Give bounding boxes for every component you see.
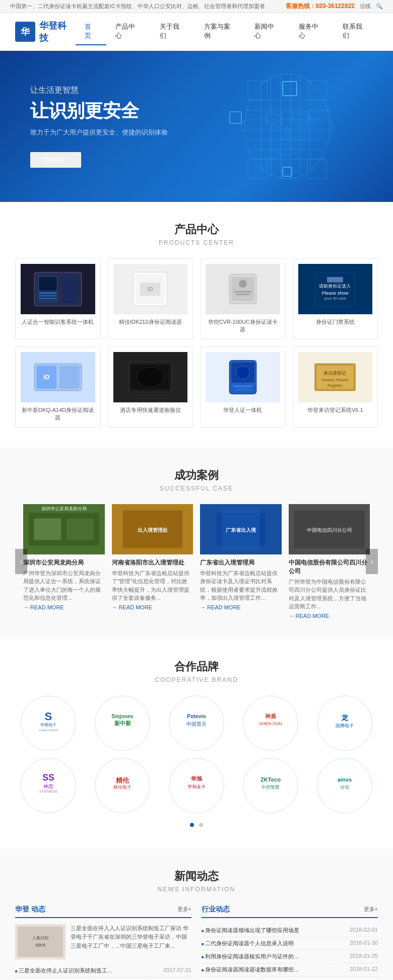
brands-grid-row1: S 华视电子 CHINA-VISION Sinjones 新中新 Potevio… bbox=[15, 695, 378, 751]
search-icon[interactable]: 🔍 bbox=[376, 3, 383, 10]
svg-rect-53 bbox=[233, 385, 252, 387]
products-section: 产品中心 PRODUCTS CENTER 人证合一智能识客系统一体机 bbox=[0, 202, 393, 448]
product-card-3[interactable]: 华控CVR-100UC身份证读卡器 bbox=[200, 258, 286, 339]
case-desc-2: 华登科技为广东省边检总站提供了"管理"化信息化管理，对比效率快大幅提升，为出入境… bbox=[112, 569, 193, 602]
case-more-3[interactable]: → READ MORE bbox=[200, 604, 282, 610]
svg-text:神思: 神思 bbox=[43, 783, 53, 789]
brand-potevio[interactable]: Potevio 中国普天 bbox=[163, 695, 230, 751]
svg-point-52 bbox=[236, 366, 249, 379]
cases-slider: 深圳市公安局龙岗分局 深圳市公安局龙岗分局 广州华登为深圳市公安局龙岗分局提供人… bbox=[23, 504, 370, 619]
case-more-1[interactable]: → READ MORE bbox=[23, 604, 105, 610]
svg-text:Visitors Please: Visitors Please bbox=[322, 378, 349, 382]
brand-sinjones[interactable]: Sinjones 新中新 bbox=[89, 695, 156, 751]
news-col2-list: 身份证阅读器领域出现了哪些应用场景 2018-02-01 二代身份证阅读器个人信… bbox=[202, 924, 378, 980]
news-item-2-1: 身份证阅读器领域出现了哪些应用场景 2018-02-01 bbox=[202, 924, 378, 937]
hero-subtitle: 让生活更智慧 bbox=[30, 85, 168, 96]
hero-cta-button[interactable]: 了解更多 → bbox=[30, 152, 81, 168]
news-col2-title: 行业动态 更多+ bbox=[202, 905, 378, 918]
product-card-2[interactable]: ID 精佳IDK210身份证阅读器 bbox=[108, 258, 193, 339]
news-col1-more[interactable]: 更多+ bbox=[177, 905, 191, 913]
brand-guoteng[interactable]: 龙 国腾电子 bbox=[311, 695, 378, 751]
svg-rect-54 bbox=[236, 388, 249, 390]
svg-point-35 bbox=[239, 279, 247, 288]
svg-text:华旭: 华旭 bbox=[190, 776, 203, 782]
top-bar-right: 客服热线：020-36122822 沿线 🔍 bbox=[286, 2, 383, 11]
svg-rect-36 bbox=[234, 291, 251, 293]
product-card-7[interactable]: 华登人证一体机 bbox=[200, 346, 286, 428]
top-bar: 中国第一、二代身份证读卡机最主流配套IC卡指纹、中华人口公安比对、边检、社会管理… bbox=[0, 0, 393, 13]
product-img-8: 来访请登记 Visitors Please Register bbox=[298, 352, 373, 402]
scan-rect-2 bbox=[229, 111, 242, 124]
case-img-3: 广东省出入境 bbox=[200, 504, 282, 554]
scan-rect-1 bbox=[282, 81, 297, 96]
brand-zkteco[interactable]: ZKTeco 中控智慧 bbox=[237, 758, 304, 813]
brand-jingxin[interactable]: 精伦 精伦电子 bbox=[89, 758, 156, 813]
svg-rect-45 bbox=[59, 366, 79, 388]
news-title-zh: 新闻动态 bbox=[15, 869, 378, 884]
products-title-en: PRODUCTS CENTER bbox=[15, 239, 378, 246]
brands-dots bbox=[15, 821, 378, 828]
svg-text:中国电信四川分公司: 中国电信四川分公司 bbox=[306, 527, 352, 533]
svg-point-15 bbox=[294, 114, 309, 123]
cases-prev-button[interactable]: ‹ bbox=[15, 549, 27, 574]
brand-shensi[interactable]: SS 神思 SYNTHESIS bbox=[15, 758, 82, 813]
nav-contact[interactable]: 联系我们 bbox=[334, 18, 378, 45]
brand-shendun[interactable]: 神盾 SHEN DUN bbox=[237, 695, 304, 751]
nav-news[interactable]: 新闻中心 bbox=[245, 18, 290, 45]
product-name-7: 华登人证一体机 bbox=[206, 406, 280, 414]
product-name-3: 华控CVR-100UC身份证读卡器 bbox=[206, 318, 280, 334]
product-name-6: 酒店专用快速通道验脸仪 bbox=[113, 406, 188, 414]
news-item-2-4: 身份证阅读器阅读器读数据库有哪些作用 2018-01-22 bbox=[202, 963, 378, 976]
product-card-1[interactable]: 人证合一智能识客系统一体机 bbox=[15, 258, 101, 339]
news-item-1-2: 华生市郭庆推二代身份证登记申请 2017-03-14 bbox=[15, 977, 191, 980]
svg-text:新中新: 新中新 bbox=[114, 720, 131, 726]
nav-solutions[interactable]: 方案与案例 bbox=[195, 18, 246, 45]
nav-home[interactable]: 首页 bbox=[76, 18, 107, 45]
hero-desc: 致力于为广大用户提供更安全、便捷的识别体验 bbox=[30, 128, 168, 137]
login-link[interactable]: 沿线 bbox=[360, 3, 371, 10]
case-title-1: 深圳市公安局龙岗分局 bbox=[23, 558, 105, 567]
product-img-6 bbox=[113, 352, 188, 402]
case-title-2: 河南省洛阳市出入境管理处 bbox=[112, 558, 193, 567]
svg-text:ainvs: ainvs bbox=[337, 777, 352, 783]
brand-huaxu[interactable]: 华旭 华旭金卡 bbox=[163, 758, 230, 813]
case-card-3: 广东省出入境 广东省出入境管理局 华登科技为广东省边检总站提供身份证读卡及入境证… bbox=[200, 504, 282, 619]
cases-section: 成功案例 SUCCESSFUL CASE ‹ 深圳市公安局龙岗分局 深圳市公安局… bbox=[0, 448, 393, 639]
svg-rect-18 bbox=[248, 81, 268, 100]
brand-dot-1[interactable] bbox=[190, 823, 194, 827]
news-col1-title: 华登 动态 更多+ bbox=[15, 905, 191, 918]
product-card-6[interactable]: 酒店专用快速通道验脸仪 bbox=[108, 346, 193, 428]
svg-text:ID: ID bbox=[43, 374, 49, 381]
case-more-4[interactable]: → READ MORE bbox=[289, 613, 370, 619]
product-card-5[interactable]: ID 新中新DKQ-A14D身份证阅读器 bbox=[15, 346, 101, 428]
news-col2-more[interactable]: 更多+ bbox=[364, 905, 378, 913]
brand-anvs[interactable]: ainvs 台信 bbox=[311, 758, 378, 813]
news-item-2-2: 二代身份证阅读器个人信息录入说明 2018-01-30 bbox=[202, 937, 378, 950]
nav-about[interactable]: 关于我们 bbox=[151, 18, 195, 45]
header: 华 华登科技 首页 产品中心 关于我们 方案与案例 新闻中心 服务中心 联系我们 bbox=[0, 13, 393, 51]
product-img-3 bbox=[206, 264, 280, 314]
cases-next-button[interactable]: › bbox=[366, 549, 378, 574]
brands-section: 合作品牌 COOPERATIVE BRAND S 华视电子 CHINA-VISI… bbox=[0, 639, 393, 849]
svg-rect-24 bbox=[61, 275, 78, 302]
svg-text:请刷身份证进入: 请刷身份证进入 bbox=[319, 284, 351, 289]
nav-service[interactable]: 服务中心 bbox=[290, 18, 334, 45]
phone-number: 客服热线：020-36122822 bbox=[286, 2, 355, 11]
svg-text:台信: 台信 bbox=[340, 785, 349, 790]
svg-rect-19 bbox=[307, 81, 326, 100]
svg-rect-42 bbox=[327, 277, 343, 283]
case-more-2[interactable]: → READ MORE bbox=[112, 604, 193, 610]
hero-content: 让生活更智慧 让识别更安全 致力于为广大用户提供更安全、便捷的识别体验 了解更多… bbox=[30, 85, 168, 167]
brand-china-vision[interactable]: S 华视电子 CHINA-VISION bbox=[15, 695, 82, 751]
case-img-2: 出入境管理处 bbox=[112, 504, 193, 554]
svg-text:人脸识别: 人脸识别 bbox=[32, 936, 48, 940]
svg-text:SS: SS bbox=[43, 773, 55, 783]
svg-text:领跑者: 领跑者 bbox=[35, 943, 46, 947]
nav-products[interactable]: 产品中心 bbox=[106, 18, 151, 45]
svg-text:国腾电子: 国腾电子 bbox=[336, 723, 354, 728]
svg-text:SYNTHESIS: SYNTHESIS bbox=[39, 790, 57, 793]
product-card-4[interactable]: 请刷身份证进入 Please show your ID card 身份证门禁系统 bbox=[293, 258, 378, 339]
brand-dot-2[interactable] bbox=[199, 823, 203, 827]
product-card-8[interactable]: 来访请登记 Visitors Please Register 华登来访登记系统V… bbox=[293, 346, 378, 428]
product-img-7 bbox=[206, 352, 280, 402]
